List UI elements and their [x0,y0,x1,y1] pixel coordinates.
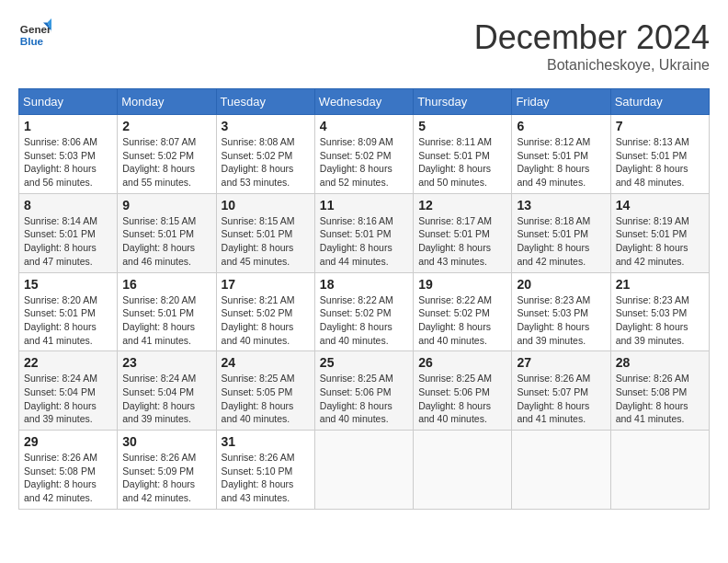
calendar-week-row: 22Sunrise: 8:24 AM Sunset: 5:04 PM Dayli… [19,351,710,431]
weekday-header-friday: Friday [512,89,610,115]
calendar-week-row: 29Sunrise: 8:26 AM Sunset: 5:08 PM Dayli… [19,431,710,510]
day-info: Sunrise: 8:16 AM Sunset: 5:01 PM Dayligh… [320,214,408,269]
day-info: Sunrise: 8:22 AM Sunset: 5:02 PM Dayligh… [320,293,408,348]
logo-icon: General Blue [18,18,51,52]
weekday-header-saturday: Saturday [610,89,709,115]
day-number: 20 [517,277,605,292]
day-number: 11 [320,198,408,213]
calendar-cell: 16Sunrise: 8:20 AM Sunset: 5:01 PM Dayli… [118,272,216,351]
weekday-header-sunday: Sunday [19,89,118,115]
calendar-cell: 3Sunrise: 8:08 AM Sunset: 5:02 PM Daylig… [216,115,314,194]
calendar-cell [512,431,610,510]
day-number: 10 [222,198,310,213]
calendar-cell: 14Sunrise: 8:19 AM Sunset: 5:01 PM Dayli… [610,193,709,272]
calendar-week-row: 15Sunrise: 8:20 AM Sunset: 5:01 PM Dayli… [19,272,710,351]
day-number: 28 [616,355,704,370]
day-info: Sunrise: 8:09 AM Sunset: 5:02 PM Dayligh… [320,135,408,190]
day-info: Sunrise: 8:21 AM Sunset: 5:02 PM Dayligh… [222,293,310,348]
calendar-cell: 11Sunrise: 8:16 AM Sunset: 5:01 PM Dayli… [314,193,413,272]
day-number: 22 [24,355,112,370]
calendar-cell [414,431,512,510]
day-info: Sunrise: 8:06 AM Sunset: 5:03 PM Dayligh… [24,135,112,190]
calendar-cell: 19Sunrise: 8:22 AM Sunset: 5:02 PM Dayli… [414,272,512,351]
calendar-cell: 17Sunrise: 8:21 AM Sunset: 5:02 PM Dayli… [216,272,314,351]
day-number: 31 [222,434,310,449]
day-number: 18 [320,277,408,292]
day-info: Sunrise: 8:18 AM Sunset: 5:01 PM Dayligh… [517,214,605,269]
weekday-header-thursday: Thursday [414,89,512,115]
weekday-header-wednesday: Wednesday [314,89,413,115]
weekday-header-row: SundayMondayTuesdayWednesdayThursdayFrid… [19,89,710,115]
day-number: 26 [418,355,506,370]
calendar-cell: 13Sunrise: 8:18 AM Sunset: 5:01 PM Dayli… [512,193,610,272]
logo: General Blue [18,18,51,52]
calendar-cell: 23Sunrise: 8:24 AM Sunset: 5:04 PM Dayli… [118,351,216,431]
calendar-cell: 15Sunrise: 8:20 AM Sunset: 5:01 PM Dayli… [19,272,118,351]
calendar-cell: 9Sunrise: 8:15 AM Sunset: 5:01 PM Daylig… [118,193,216,272]
day-info: Sunrise: 8:07 AM Sunset: 5:02 PM Dayligh… [122,135,210,190]
day-number: 21 [616,277,704,292]
calendar-cell: 6Sunrise: 8:12 AM Sunset: 5:01 PM Daylig… [512,115,610,194]
day-number: 4 [320,119,408,133]
calendar-cell: 27Sunrise: 8:26 AM Sunset: 5:07 PM Dayli… [512,351,610,431]
calendar-cell: 31Sunrise: 8:26 AM Sunset: 5:10 PM Dayli… [216,431,314,510]
calendar-cell: 1Sunrise: 8:06 AM Sunset: 5:03 PM Daylig… [19,115,118,194]
day-info: Sunrise: 8:14 AM Sunset: 5:01 PM Dayligh… [24,214,112,269]
day-number: 1 [24,119,112,133]
calendar-cell: 4Sunrise: 8:09 AM Sunset: 5:02 PM Daylig… [314,115,413,194]
calendar-cell: 22Sunrise: 8:24 AM Sunset: 5:04 PM Dayli… [19,351,118,431]
day-info: Sunrise: 8:26 AM Sunset: 5:07 PM Dayligh… [517,372,605,426]
weekday-header-monday: Monday [118,89,216,115]
day-info: Sunrise: 8:26 AM Sunset: 5:08 PM Dayligh… [616,372,704,426]
calendar-cell: 10Sunrise: 8:15 AM Sunset: 5:01 PM Dayli… [216,193,314,272]
day-number: 16 [122,277,210,292]
day-info: Sunrise: 8:15 AM Sunset: 5:01 PM Dayligh… [122,214,210,269]
day-number: 14 [616,198,704,213]
calendar-cell: 7Sunrise: 8:13 AM Sunset: 5:01 PM Daylig… [610,115,709,194]
day-info: Sunrise: 8:25 AM Sunset: 5:05 PM Dayligh… [222,372,310,426]
day-number: 12 [418,198,506,213]
calendar-cell: 24Sunrise: 8:25 AM Sunset: 5:05 PM Dayli… [216,351,314,431]
weekday-header-tuesday: Tuesday [216,89,314,115]
day-info: Sunrise: 8:08 AM Sunset: 5:02 PM Dayligh… [222,135,310,190]
svg-text:Blue: Blue [20,35,44,47]
day-info: Sunrise: 8:26 AM Sunset: 5:08 PM Dayligh… [24,451,112,505]
day-number: 30 [122,434,210,449]
day-info: Sunrise: 8:22 AM Sunset: 5:02 PM Dayligh… [418,293,506,348]
day-number: 24 [222,355,310,370]
day-info: Sunrise: 8:23 AM Sunset: 5:03 PM Dayligh… [517,293,605,348]
day-number: 7 [616,119,704,133]
day-number: 29 [24,434,112,449]
day-info: Sunrise: 8:20 AM Sunset: 5:01 PM Dayligh… [122,293,210,348]
day-number: 5 [418,119,506,133]
day-info: Sunrise: 8:19 AM Sunset: 5:01 PM Dayligh… [616,214,704,269]
day-number: 17 [222,277,310,292]
title-block: December 2024 Botanicheskoye, Ukraine [474,18,710,74]
calendar-week-row: 1Sunrise: 8:06 AM Sunset: 5:03 PM Daylig… [19,115,710,194]
day-info: Sunrise: 8:23 AM Sunset: 5:03 PM Dayligh… [616,293,704,348]
day-number: 6 [517,119,605,133]
day-info: Sunrise: 8:20 AM Sunset: 5:01 PM Dayligh… [24,293,112,348]
location-subtitle: Botanicheskoye, Ukraine [474,57,710,74]
day-number: 23 [122,355,210,370]
page-header: General Blue December 2024 Botanicheskoy… [18,18,710,74]
day-info: Sunrise: 8:25 AM Sunset: 5:06 PM Dayligh… [418,372,506,426]
day-number: 13 [517,198,605,213]
day-info: Sunrise: 8:12 AM Sunset: 5:01 PM Dayligh… [517,135,605,190]
calendar-week-row: 8Sunrise: 8:14 AM Sunset: 5:01 PM Daylig… [19,193,710,272]
calendar-cell [610,431,709,510]
day-info: Sunrise: 8:24 AM Sunset: 5:04 PM Dayligh… [24,372,112,426]
day-info: Sunrise: 8:24 AM Sunset: 5:04 PM Dayligh… [122,372,210,426]
day-number: 25 [320,355,408,370]
calendar-cell: 25Sunrise: 8:25 AM Sunset: 5:06 PM Dayli… [314,351,413,431]
day-number: 8 [24,198,112,213]
day-info: Sunrise: 8:13 AM Sunset: 5:01 PM Dayligh… [616,135,704,190]
calendar-table: SundayMondayTuesdayWednesdayThursdayFrid… [18,88,710,510]
calendar-cell: 12Sunrise: 8:17 AM Sunset: 5:01 PM Dayli… [414,193,512,272]
day-info: Sunrise: 8:17 AM Sunset: 5:01 PM Dayligh… [418,214,506,269]
day-number: 19 [418,277,506,292]
day-info: Sunrise: 8:25 AM Sunset: 5:06 PM Dayligh… [320,372,408,426]
day-number: 3 [222,119,310,133]
calendar-cell: 2Sunrise: 8:07 AM Sunset: 5:02 PM Daylig… [118,115,216,194]
day-info: Sunrise: 8:26 AM Sunset: 5:10 PM Dayligh… [222,451,310,505]
